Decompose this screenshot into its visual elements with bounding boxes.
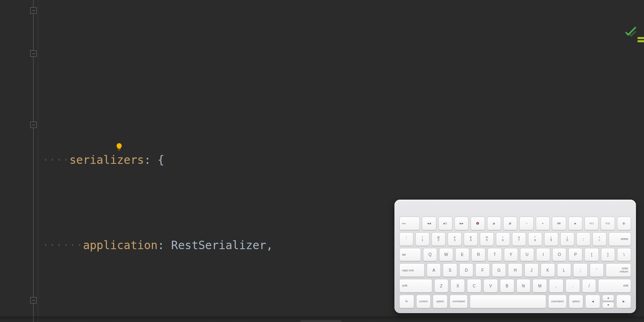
fold-toggle[interactable]: − xyxy=(30,297,37,303)
key: ; xyxy=(573,263,587,277)
key: [ xyxy=(584,248,599,262)
keyboard-a-row: caps lockASDFGHJKL;'enterreturn xyxy=(399,263,631,277)
key: 🔇 xyxy=(471,217,485,230)
key: A xyxy=(427,263,441,277)
key: ^6 xyxy=(496,232,510,246)
key: ⏏ xyxy=(568,217,582,230)
key: ◀◀ xyxy=(422,217,436,230)
key: *8 xyxy=(528,232,542,246)
key: esc xyxy=(399,217,420,230)
key: / xyxy=(582,279,597,293)
inspection-ok-icon[interactable] xyxy=(584,2,637,66)
key: option xyxy=(433,295,448,308)
key: ⌨ xyxy=(552,217,566,230)
bottom-shadow xyxy=(0,316,644,322)
key: 🔉 xyxy=(487,217,501,230)
error-stripe[interactable] xyxy=(637,36,644,122)
key: Y xyxy=(504,248,518,262)
key: , xyxy=(549,279,564,293)
key: 🔊 xyxy=(503,217,517,230)
key: ◀ xyxy=(585,295,600,308)
keyboard-overlay: esc◀◀▶‖▶▶🔇🔉🔊✧✦⌨⏏F11F12⏻ ~`!1@2#3$4%5^6&7… xyxy=(394,200,636,313)
key: ' xyxy=(590,263,604,277)
key: U xyxy=(520,248,534,262)
key: option xyxy=(569,295,584,308)
key: . xyxy=(566,279,580,293)
key: control xyxy=(416,295,431,308)
key: K xyxy=(541,263,555,277)
fold-toggle[interactable]: − xyxy=(30,122,37,128)
key: P xyxy=(568,248,582,262)
key: R xyxy=(471,248,485,262)
fold-toggle[interactable]: − xyxy=(30,50,37,57)
key: E xyxy=(455,248,469,262)
lightbulb-icon[interactable] xyxy=(86,117,95,126)
key: ✧ xyxy=(519,217,533,230)
key: ⏻ xyxy=(617,217,631,230)
editor-gutter[interactable]: − − − − xyxy=(0,0,38,322)
key: fn xyxy=(399,295,414,308)
key: caps lock xyxy=(399,263,425,277)
keyboard-z-row: shiftZXCVBNM,./shift xyxy=(399,279,631,293)
key: shift xyxy=(399,279,432,293)
key: G xyxy=(492,263,506,277)
key: S xyxy=(443,263,457,277)
key: X xyxy=(450,279,465,293)
key: L xyxy=(557,263,571,277)
key: B xyxy=(500,279,514,293)
key: $4 xyxy=(464,232,478,246)
key: Q xyxy=(423,248,437,262)
key: enterreturn xyxy=(606,263,631,277)
key: delete xyxy=(609,232,631,246)
key: Z xyxy=(434,279,449,293)
key: \ xyxy=(617,248,631,262)
key: W xyxy=(439,248,453,262)
key: M xyxy=(533,279,547,293)
key: += xyxy=(592,232,607,246)
key: &7 xyxy=(512,232,526,246)
fold-guide xyxy=(33,0,34,322)
key: ▼ xyxy=(602,302,615,308)
key: H xyxy=(508,263,522,277)
key: command xyxy=(548,295,567,308)
key: D xyxy=(459,263,473,277)
key: @2 xyxy=(431,232,446,246)
key: %5 xyxy=(480,232,494,246)
key: shift xyxy=(598,279,631,293)
key: #3 xyxy=(448,232,462,246)
keyboard-fn-row: esc◀◀▶‖▶▶🔇🔉🔊✧✦⌨⏏F11F12⏻ xyxy=(399,217,631,230)
key: F xyxy=(475,263,489,277)
key: ▶▶ xyxy=(454,217,469,230)
key xyxy=(470,295,546,308)
key: _- xyxy=(576,232,590,246)
key: (9 xyxy=(544,232,558,246)
key: O xyxy=(552,248,566,262)
key: !1 xyxy=(415,232,429,246)
key: I xyxy=(536,248,550,262)
code-line[interactable]: ····serializers: { xyxy=(42,149,644,171)
key: F12 xyxy=(601,217,615,230)
key: command xyxy=(450,295,468,308)
key: T xyxy=(487,248,502,262)
fold-toggle[interactable]: − xyxy=(30,7,37,14)
keyboard-num-row: ~`!1@2#3$4%5^6&7*8(9)0_-+=delete xyxy=(399,232,631,246)
key: ] xyxy=(601,248,615,262)
key: ▲ xyxy=(602,295,615,301)
key: )0 xyxy=(560,232,574,246)
key: C xyxy=(467,279,481,293)
key: ▶‖ xyxy=(438,217,452,230)
key: J xyxy=(524,263,539,277)
keyboard-mod-row: fncontroloptioncommandcommandoption◀▲▼▶ xyxy=(399,295,631,308)
key: V xyxy=(483,279,498,293)
key: tab xyxy=(399,248,421,262)
key: ~` xyxy=(399,232,413,246)
key: F11 xyxy=(584,217,599,230)
keyboard-q-row: tabQWERTYUIOP[]\ xyxy=(399,248,631,262)
key: ✦ xyxy=(536,217,550,230)
key: ▶ xyxy=(616,295,631,308)
key: N xyxy=(516,279,531,293)
